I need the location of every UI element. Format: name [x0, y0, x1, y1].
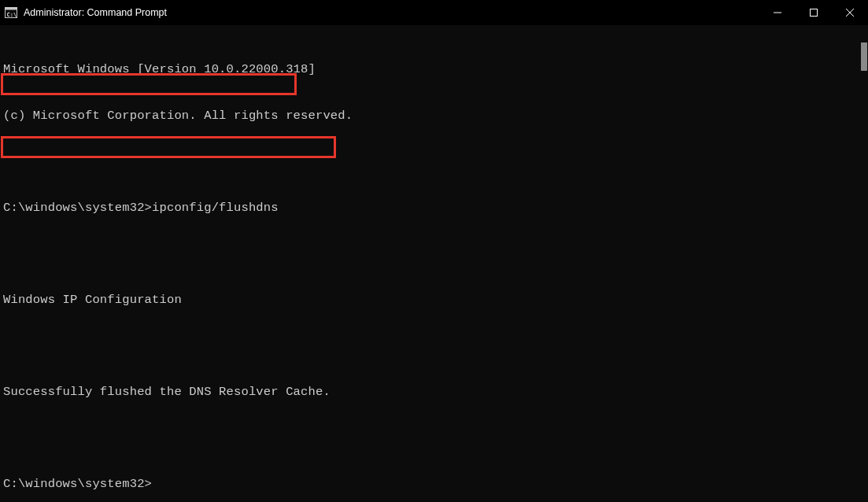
title-bar[interactable]: C:\ Administrator: Command Prompt — [0, 0, 868, 25]
terminal-line-command: C:\windows\system32>ipconfig/flushdns — [3, 201, 865, 216]
svg-rect-1 — [6, 8, 17, 10]
terminal-line: Microsoft Windows [Version 10.0.22000.31… — [3, 62, 865, 78]
command-prompt-icon: C:\ — [5, 6, 17, 19]
terminal-line-result: Successfully flushed the DNS Resolver Ca… — [3, 385, 865, 400]
close-button[interactable] — [832, 0, 868, 25]
terminal-line — [3, 246, 865, 262]
window-controls — [759, 0, 868, 25]
terminal-prompt: C:\windows\system32> — [3, 477, 865, 493]
minimize-button[interactable] — [759, 0, 796, 25]
scrollbar-thumb[interactable] — [861, 42, 867, 71]
svg-text:C:\: C:\ — [7, 12, 17, 18]
terminal-line: Windows IP Configuration — [3, 293, 865, 308]
terminal-line — [3, 338, 865, 354]
maximize-button[interactable] — [796, 0, 832, 25]
terminal-line — [3, 430, 865, 446]
terminal-line — [3, 154, 865, 170]
terminal-output[interactable]: Microsoft Windows [Version 10.0.22000.31… — [0, 25, 868, 502]
svg-rect-4 — [811, 9, 818, 17]
window-title: Administrator: Command Prompt — [24, 7, 167, 18]
terminal-line: (c) Microsoft Corporation. All rights re… — [3, 109, 865, 124]
